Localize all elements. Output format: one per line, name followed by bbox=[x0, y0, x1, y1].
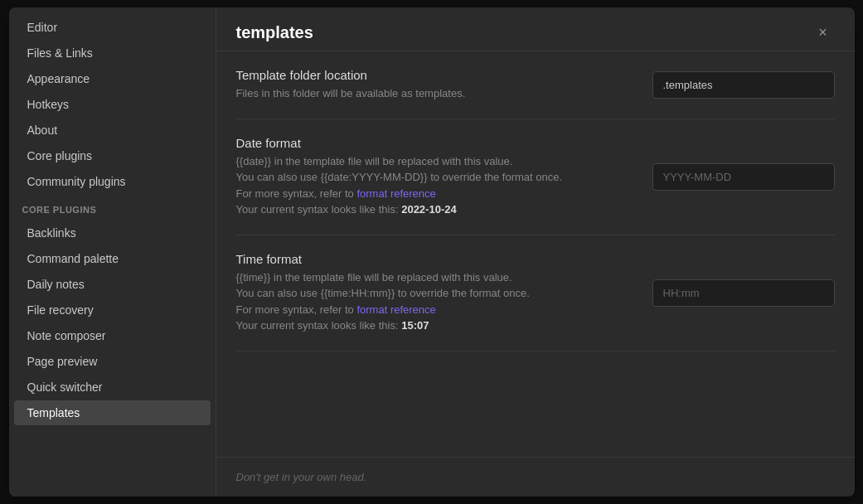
sidebar-item-label: Templates bbox=[27, 406, 80, 419]
modal-overlay: Editor Files & Links Appearance Hotkeys … bbox=[0, 0, 863, 504]
setting-name: Template folder location bbox=[236, 68, 633, 82]
setting-info-template-folder: Template folder location Files in this f… bbox=[236, 68, 652, 102]
sidebar-item-label: Note composer bbox=[27, 329, 106, 342]
setting-info-time-format: Time format {{time}} in the template fil… bbox=[236, 252, 652, 334]
main-header: templates × bbox=[216, 7, 855, 51]
sidebar-item-appearance[interactable]: Appearance bbox=[14, 66, 211, 91]
sidebar-item-file-recovery[interactable]: File recovery bbox=[14, 298, 211, 322]
sidebar-item-label: About bbox=[27, 124, 58, 137]
core-plugins-section-label: Core plugins bbox=[9, 195, 216, 220]
setting-info-date-format: Date format {{date}} in the template fil… bbox=[236, 136, 652, 218]
sidebar-item-label: Quick switcher bbox=[27, 380, 103, 394]
close-button[interactable]: × bbox=[812, 21, 835, 44]
page-title: templates bbox=[236, 23, 313, 42]
sidebar-item-files-links[interactable]: Files & Links bbox=[14, 41, 211, 65]
sidebar-item-label: File recovery bbox=[27, 303, 94, 317]
format-reference-link-time[interactable]: format reference bbox=[356, 303, 435, 316]
date-format-input[interactable] bbox=[652, 163, 835, 191]
setting-desc: {{time}} in the template file will be re… bbox=[236, 269, 633, 334]
sidebar-item-label: Community plugins bbox=[27, 175, 126, 188]
setting-row-template-folder: Template folder location Files in this f… bbox=[236, 51, 835, 119]
setting-control-time-format bbox=[652, 279, 835, 307]
sidebar-item-templates[interactable]: Templates bbox=[14, 400, 211, 425]
setting-desc: Files in this folder will be available a… bbox=[236, 85, 633, 102]
setting-name: Date format bbox=[236, 136, 633, 150]
settings-body: Template folder location Files in this f… bbox=[216, 51, 855, 457]
sidebar-item-command-palette[interactable]: Command palette bbox=[14, 246, 211, 271]
sidebar-item-hotkeys[interactable]: Hotkeys bbox=[14, 92, 211, 117]
sidebar-item-about[interactable]: About bbox=[14, 118, 211, 143]
sidebar-item-label: Appearance bbox=[27, 72, 90, 85]
main-content: templates × Template folder location Fil… bbox=[216, 7, 855, 497]
date-format-preview: 2022-10-24 bbox=[401, 203, 457, 216]
setting-row-time-format: Time format {{time}} in the template fil… bbox=[236, 235, 835, 351]
sidebar-item-daily-notes[interactable]: Daily notes bbox=[14, 272, 211, 297]
setting-name: Time format bbox=[236, 252, 633, 266]
sidebar-item-core-plugins[interactable]: Core plugins bbox=[14, 143, 211, 168]
setting-control-date-format bbox=[652, 163, 835, 191]
sidebar-item-label: Files & Links bbox=[27, 46, 93, 60]
sidebar-item-label: Core plugins bbox=[27, 149, 93, 162]
sidebar-item-editor[interactable]: Editor bbox=[14, 15, 211, 40]
sidebar-item-label: Hotkeys bbox=[27, 98, 70, 111]
sidebar-item-community-plugins[interactable]: Community plugins bbox=[14, 169, 211, 194]
setting-row-date-format: Date format {{date}} in the template fil… bbox=[236, 119, 835, 235]
setting-desc: {{date}} in the template file will be re… bbox=[236, 153, 633, 218]
template-folder-input[interactable] bbox=[652, 71, 835, 99]
sidebar-item-label: Backlinks bbox=[27, 226, 76, 240]
sidebar-item-backlinks[interactable]: Backlinks bbox=[14, 220, 211, 245]
time-format-preview: 15:07 bbox=[401, 319, 429, 332]
sidebar-item-note-composer[interactable]: Note composer bbox=[14, 323, 211, 348]
sidebar-item-label: Command palette bbox=[27, 252, 119, 265]
time-format-input[interactable] bbox=[652, 279, 835, 307]
sidebar: Editor Files & Links Appearance Hotkeys … bbox=[9, 7, 216, 497]
format-reference-link[interactable]: format reference bbox=[356, 187, 435, 200]
setting-control-template-folder bbox=[652, 71, 835, 99]
bottom-quote: Don't get in your own head. bbox=[216, 457, 855, 497]
settings-modal: Editor Files & Links Appearance Hotkeys … bbox=[9, 7, 855, 497]
sidebar-item-label: Editor bbox=[27, 21, 58, 34]
sidebar-item-page-preview[interactable]: Page preview bbox=[14, 349, 211, 374]
sidebar-item-label: Page preview bbox=[27, 355, 98, 368]
sidebar-item-quick-switcher[interactable]: Quick switcher bbox=[14, 375, 211, 400]
sidebar-item-label: Daily notes bbox=[27, 278, 85, 291]
